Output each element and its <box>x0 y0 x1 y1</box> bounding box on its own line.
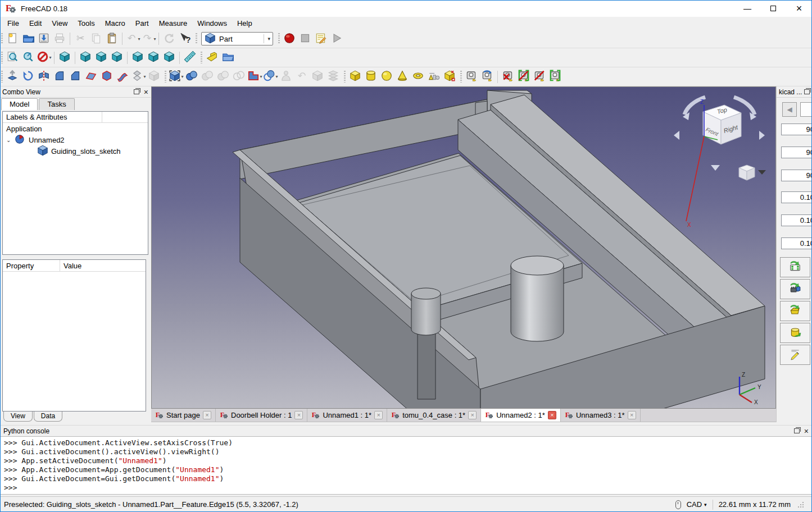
cut-button[interactable]: ✂ <box>72 31 88 47</box>
undo-button[interactable]: ↶▾ <box>125 31 140 47</box>
fit-all-button[interactable] <box>4 50 20 66</box>
kicad-rotation-x-field[interactable] <box>781 124 812 135</box>
measure-toggle-all-button[interactable] <box>516 69 532 85</box>
menu-item-file[interactable]: File <box>2 17 24 29</box>
redo-button[interactable]: ↷▾ <box>140 31 156 47</box>
view-front-button[interactable] <box>78 50 93 66</box>
kicad-rotation-y-field[interactable] <box>781 147 812 158</box>
primitive-cylinder-button[interactable] <box>363 69 379 85</box>
model-tree[interactable]: Labels & Attributes Application ⌄ Unname… <box>2 111 148 255</box>
item-1[interactable]: Tasks <box>39 98 74 110</box>
chamfer-button[interactable] <box>67 69 83 85</box>
fit-selection-button[interactable] <box>20 50 36 66</box>
join-features-button[interactable]: ▾ <box>247 69 262 85</box>
menu-item-windows[interactable]: Windows <box>192 17 232 29</box>
doc-tab-unnamed2[interactable]: F Unnamed2 : 1* × <box>481 409 561 422</box>
tab-close-icon[interactable]: × <box>628 411 636 419</box>
measure-angular-button[interactable] <box>479 69 495 85</box>
menu-item-macro[interactable]: Macro <box>100 17 130 29</box>
kicad-rotation-z-field[interactable] <box>781 170 812 181</box>
whats-this-button[interactable]: ? <box>177 31 193 47</box>
kicad-page-button[interactable] <box>800 102 812 117</box>
view-right-button[interactable] <box>109 50 125 66</box>
doc-tab-start-page[interactable]: F Start page × <box>151 409 216 422</box>
kicad-save-db-button[interactable] <box>780 323 810 343</box>
thickness-button[interactable] <box>146 69 162 85</box>
kicad-edit-button[interactable] <box>780 345 810 365</box>
tree-item-guiding-slots-sketch[interactable]: Guiding_slots_sketch <box>3 145 148 157</box>
kicad-offset-y-field[interactable] <box>781 214 812 226</box>
doc-tab-tomu-case[interactable]: F tomu_0.4_case : 1* × <box>387 409 481 422</box>
measure-toggle-delta-button[interactable] <box>547 69 563 85</box>
minimize-button[interactable]: — <box>734 0 760 17</box>
view-axonometric-button[interactable] <box>57 50 72 66</box>
kicad-offset-z-field[interactable] <box>781 237 812 249</box>
item-0[interactable]: View <box>3 412 33 422</box>
menu-item-help[interactable]: Help <box>232 17 257 29</box>
draw-style-button[interactable]: ▾ <box>36 50 52 66</box>
navigation-style-dropdown[interactable]: CAD ▾ <box>687 500 707 509</box>
macro-record-button[interactable] <box>282 31 297 47</box>
kicad-offset-x-field[interactable] <box>781 191 812 203</box>
doc-tab-unnamed3[interactable]: F Unnamed3 : 1* × <box>561 409 641 422</box>
primitive-cone-button[interactable] <box>394 69 410 85</box>
resize-grip[interactable] <box>797 501 804 508</box>
close-panel-icon[interactable]: × <box>144 89 148 95</box>
workbench-selector[interactable]: Part ▾ <box>201 32 273 45</box>
measure-linear-button[interactable] <box>464 69 479 85</box>
boolean-cut-button[interactable] <box>199 69 215 85</box>
tab-close-icon[interactable]: × <box>548 411 556 419</box>
check-geometry-button[interactable] <box>278 69 294 85</box>
cross-sections-button[interactable] <box>325 69 341 85</box>
stepup-folder-button[interactable] <box>220 50 235 66</box>
boolean-union-button[interactable] <box>215 69 231 85</box>
doc-tab-unnamed1[interactable]: F Unnamed1 : 1* × <box>307 409 387 422</box>
refresh-button[interactable] <box>161 31 177 47</box>
paste-button[interactable] <box>104 31 120 47</box>
navigation-cube[interactable]: Top Front Right Z X <box>670 89 769 230</box>
macro-execute-button[interactable] <box>329 31 344 47</box>
save-document-button[interactable] <box>36 31 52 47</box>
float-panel-icon[interactable] <box>804 89 810 94</box>
kicad-export-step-button[interactable] <box>780 301 810 321</box>
menu-item-tools[interactable]: Tools <box>72 17 99 29</box>
geometric-primitives-button[interactable] <box>426 69 442 85</box>
nav-cube-menu[interactable] <box>739 165 766 180</box>
kicad-load-board-button[interactable] <box>780 257 810 277</box>
menu-item-edit[interactable]: Edit <box>24 17 47 29</box>
property-editor[interactable]: Property Value <box>2 259 146 412</box>
kicad-back-button[interactable]: ◀ <box>782 102 797 117</box>
split-features-button[interactable]: ▾ <box>262 69 278 85</box>
boolean-operation-button[interactable] <box>184 69 199 85</box>
view-bottom-button[interactable] <box>146 50 161 66</box>
revolve-button[interactable] <box>20 69 36 85</box>
3d-viewport[interactable]: Top Front Right Z X Z <box>151 86 776 409</box>
kicad-export-model-button[interactable] <box>780 279 810 299</box>
primitive-sphere-button[interactable] <box>379 69 394 85</box>
tab-close-icon[interactable]: × <box>374 411 383 419</box>
offset-button[interactable]: ▾ <box>130 69 146 85</box>
doc-tab-doorbell-holder[interactable]: F Doorbell Holder : 1 × <box>216 409 307 422</box>
view-top-button[interactable] <box>93 50 109 66</box>
macro-edit-button[interactable] <box>313 31 329 47</box>
view-rear-button[interactable] <box>130 50 146 66</box>
measure-toggle-3d-button[interactable] <box>532 69 547 85</box>
primitive-torus-button[interactable] <box>410 69 426 85</box>
close-panel-icon[interactable]: × <box>804 428 809 434</box>
mirror-button[interactable] <box>36 69 52 85</box>
make-face-button[interactable] <box>83 69 99 85</box>
primitive-box-button[interactable] <box>347 69 363 85</box>
menu-item-view[interactable]: View <box>47 17 72 29</box>
copy-button[interactable] <box>88 31 104 47</box>
tab-close-icon[interactable]: × <box>468 411 477 419</box>
sweep-button[interactable] <box>115 69 130 85</box>
view-left-button[interactable] <box>161 50 177 66</box>
measure-distance-button[interactable] <box>182 50 198 66</box>
python-console[interactable]: >>> Gui.ActiveDocument.ActiveView.setAxi… <box>0 436 812 495</box>
menu-item-part[interactable]: Part <box>130 17 154 29</box>
cross-section-button[interactable] <box>310 69 325 85</box>
boolean-intersection-button[interactable] <box>231 69 247 85</box>
new-document-button[interactable] <box>4 31 20 47</box>
extrude-button[interactable] <box>4 69 20 85</box>
compound-button[interactable]: ▾ <box>168 69 184 85</box>
